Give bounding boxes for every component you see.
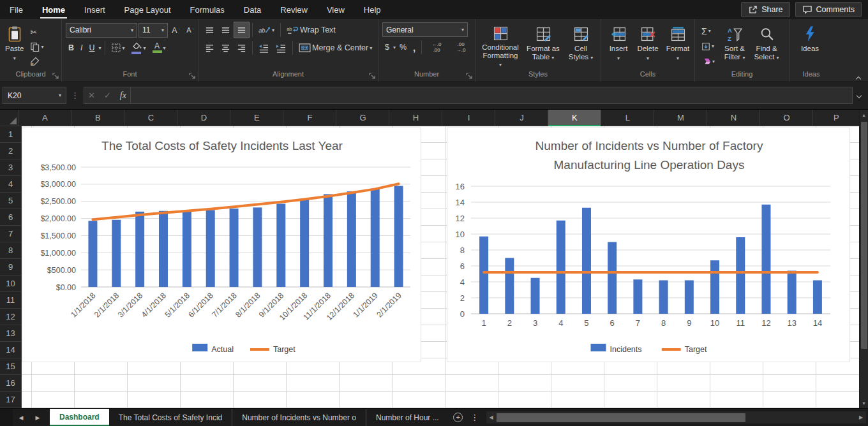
- number-dialog-launcher[interactable]: [466, 73, 473, 80]
- row-header-6[interactable]: 6: [0, 209, 21, 226]
- alignment-dialog-launcher[interactable]: [369, 73, 376, 80]
- scroll-right-arrow[interactable]: ▶: [856, 415, 866, 420]
- column-header-o[interactable]: O: [760, 110, 813, 126]
- ribbon-tab-help[interactable]: Help: [354, 0, 391, 19]
- clipboard-dialog-launcher[interactable]: [52, 73, 59, 80]
- ribbon-tab-formulas[interactable]: Formulas: [181, 0, 234, 19]
- clear-button[interactable]: ▾: [699, 54, 717, 69]
- ribbon-tab-view[interactable]: View: [317, 0, 354, 19]
- sheet-tab-dashboard[interactable]: Dashboard: [50, 409, 109, 426]
- increase-indent-button[interactable]: [273, 40, 289, 55]
- cut-button[interactable]: ✂: [27, 25, 46, 39]
- merge-center-button[interactable]: Merge & Center▾: [296, 40, 375, 55]
- insert-function-icon[interactable]: fx: [120, 91, 126, 101]
- ribbon-tab-review[interactable]: Review: [271, 0, 317, 19]
- decrease-indent-button[interactable]: [256, 40, 272, 55]
- wrap-text-button[interactable]: Wrap Text: [284, 22, 338, 38]
- previous-sheet-button[interactable]: ◀: [13, 409, 29, 426]
- italic-button[interactable]: I: [78, 40, 85, 55]
- underline-button[interactable]: U: [87, 40, 98, 55]
- column-header-a[interactable]: A: [19, 110, 71, 126]
- row-header-7[interactable]: 7: [0, 226, 21, 242]
- sheet-menu-button[interactable]: ⋮: [468, 409, 482, 426]
- row-header-9[interactable]: 9: [0, 259, 21, 275]
- row-header-12[interactable]: 12: [0, 309, 21, 325]
- column-header-f[interactable]: F: [283, 110, 336, 126]
- column-header-p[interactable]: P: [813, 110, 859, 126]
- confirm-entry-icon[interactable]: ✓: [104, 91, 111, 100]
- row-header-3[interactable]: 3: [0, 159, 21, 176]
- comma-button[interactable]: ,: [410, 40, 418, 55]
- column-header-e[interactable]: E: [230, 110, 283, 126]
- format-as-table-button[interactable]: Format as Table ▾: [524, 22, 562, 69]
- shrink-font-button[interactable]: Aˇ: [184, 22, 197, 38]
- ideas-button[interactable]: Ideas: [793, 22, 827, 69]
- row-header-15[interactable]: 15: [0, 358, 21, 375]
- column-header-d[interactable]: D: [177, 110, 230, 126]
- row-header-13[interactable]: 13: [0, 325, 21, 342]
- fill-color-button[interactable]: ▾: [129, 40, 149, 55]
- delete-cells-button[interactable]: Delete▾: [634, 22, 661, 69]
- align-left-button[interactable]: [202, 40, 217, 55]
- insert-cells-button[interactable]: Insert▾: [605, 22, 632, 69]
- format-painter-button[interactable]: [27, 55, 46, 69]
- cancel-entry-icon[interactable]: ✕: [88, 91, 95, 100]
- currency-button[interactable]: $: [382, 40, 392, 55]
- horizontal-scroll-thumb[interactable]: [497, 413, 745, 422]
- row-header-17[interactable]: 17: [0, 392, 21, 408]
- vertical-scroll-thumb[interactable]: [861, 122, 867, 349]
- grow-font-button[interactable]: Aˆ: [169, 22, 183, 38]
- underline-dropdown[interactable]: ▾: [99, 45, 101, 51]
- formula-input[interactable]: [131, 87, 853, 104]
- row-header-1[interactable]: 1: [0, 126, 21, 143]
- collapse-ribbon-button[interactable]: [857, 72, 863, 78]
- expand-formula-bar-button[interactable]: [853, 94, 865, 98]
- align-bottom-button[interactable]: [234, 22, 249, 38]
- conditional-formatting-button[interactable]: Conditional Formatting ▾: [479, 22, 521, 69]
- ribbon-tab-page-layout[interactable]: Page Layout: [115, 0, 181, 19]
- cell-styles-button[interactable]: Cell Styles ▾: [565, 22, 597, 69]
- row-header-8[interactable]: 8: [0, 242, 21, 259]
- font-size-select[interactable]: 11▾: [138, 23, 168, 38]
- currency-dropdown[interactable]: ▾: [393, 45, 396, 50]
- borders-button[interactable]: ▾: [108, 40, 128, 55]
- paste-button[interactable]: Paste▾: [4, 22, 25, 69]
- row-header-14[interactable]: 14: [0, 342, 21, 358]
- align-center-button[interactable]: [218, 40, 233, 55]
- ribbon-tab-insert[interactable]: Insert: [75, 0, 115, 19]
- font-dialog-launcher[interactable]: [189, 73, 196, 80]
- row-header-5[interactable]: 5: [0, 193, 21, 209]
- vertical-scrollbar[interactable]: ▲ ▼: [859, 110, 868, 408]
- chart-total-costs[interactable]: The Total Costs of Safety Incidents Last…: [22, 128, 421, 362]
- column-header-l[interactable]: L: [601, 110, 654, 126]
- horizontal-scrollbar[interactable]: ◀ ▶: [486, 411, 867, 424]
- column-header-h[interactable]: H: [389, 110, 442, 126]
- sort-filter-button[interactable]: Sort & Filter ▾: [720, 22, 749, 69]
- find-select-button[interactable]: Find & Select ▾: [752, 22, 781, 69]
- decrease-decimal-button[interactable]: .00 →.0: [449, 40, 472, 55]
- comments-button[interactable]: Comments: [795, 2, 862, 17]
- select-all-corner[interactable]: [0, 110, 19, 126]
- copy-button[interactable]: ▾: [27, 40, 46, 54]
- format-cells-button[interactable]: Format▾: [664, 22, 692, 69]
- row-header-2[interactable]: 2: [0, 143, 21, 159]
- align-middle-button[interactable]: [218, 22, 233, 38]
- row-header-11[interactable]: 11: [0, 292, 21, 309]
- ribbon-tab-home[interactable]: Home: [33, 0, 75, 19]
- ribbon-tab-file[interactable]: File: [0, 0, 33, 19]
- column-header-i[interactable]: I: [442, 110, 495, 126]
- next-sheet-button[interactable]: ▶: [29, 409, 46, 426]
- column-header-c[interactable]: C: [124, 110, 177, 126]
- sheet-tab-number-of-incidents-vs-number-o[interactable]: Number of Incidents vs Number o: [232, 409, 366, 426]
- scroll-left-arrow[interactable]: ◀: [486, 415, 497, 420]
- number-format-select[interactable]: General▾: [382, 22, 468, 37]
- percent-button[interactable]: %: [397, 40, 409, 55]
- sheet-tab-number-of-hour[interactable]: Number of Hour ...: [366, 409, 449, 426]
- add-sheet-button[interactable]: +: [449, 409, 468, 426]
- align-right-button[interactable]: [234, 40, 249, 55]
- column-header-j[interactable]: J: [495, 110, 548, 126]
- column-header-m[interactable]: M: [654, 110, 707, 126]
- ribbon-tab-data[interactable]: Data: [234, 0, 271, 19]
- orientation-button[interactable]: ▾: [256, 22, 277, 38]
- row-header-4[interactable]: 4: [0, 176, 21, 193]
